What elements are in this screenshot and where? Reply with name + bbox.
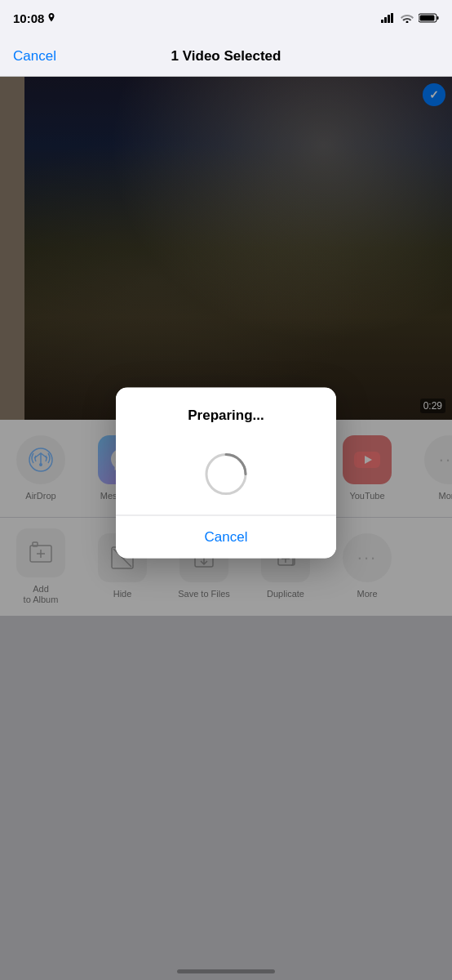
- status-bar: 10:08: [0, 0, 452, 36]
- wifi-icon: [401, 13, 414, 23]
- modal-bottom: Cancel: [116, 516, 336, 559]
- svg-rect-3: [391, 13, 393, 23]
- clock: 10:08: [13, 11, 44, 25]
- battery-icon: [419, 13, 439, 23]
- location-icon: [47, 13, 55, 23]
- svg-rect-5: [437, 16, 439, 20]
- svg-rect-0: [381, 20, 383, 23]
- svg-rect-6: [420, 16, 435, 21]
- modal-title: Preparing...: [188, 408, 264, 424]
- nav-bar: Cancel 1 Video Selected: [0, 36, 452, 77]
- svg-rect-2: [388, 15, 390, 23]
- cancel-nav-button[interactable]: Cancel: [13, 48, 56, 65]
- modal-top: Preparing...: [116, 388, 336, 515]
- status-time: 10:08: [13, 11, 55, 25]
- spinner: [202, 450, 250, 499]
- nav-title: 1 Video Selected: [171, 48, 281, 65]
- modal-cancel-button[interactable]: Cancel: [205, 529, 248, 546]
- preparing-modal: Preparing... Cancel: [116, 388, 336, 559]
- svg-rect-1: [384, 17, 387, 23]
- status-icons: [381, 13, 439, 23]
- signal-icon: [381, 13, 396, 23]
